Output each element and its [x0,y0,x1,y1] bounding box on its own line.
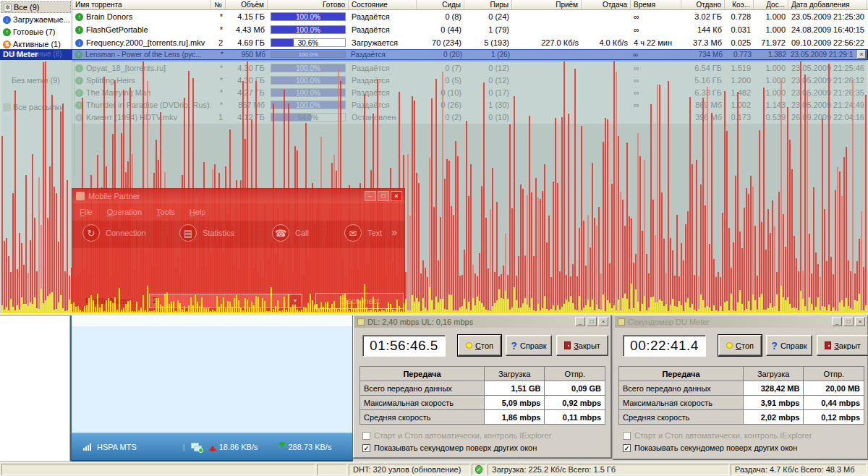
column-header[interactable]: Пиры [464,0,512,9]
stats-header: Отпр. [544,367,605,381]
stats-value: 328,42 MB [743,381,804,395]
column-header[interactable]: Имя торрента [72,0,211,9]
exit-icon [825,341,831,349]
help-button[interactable]: ?Справк [506,335,552,356]
column-header[interactable]: Дос... [754,0,788,9]
cell-avail: 1.382 [754,50,788,59]
checkbox-checked-icon: ✓ [623,444,631,452]
toolbar-button-text[interactable]: ✉Text [344,224,382,242]
cell-avail: 1.000 [754,10,788,23]
column-header[interactable]: Готово [268,0,349,9]
download-arrow-icon [278,442,286,451]
timer-display: 00:22:41.4 [623,335,706,357]
menu-item-help[interactable]: Help [190,208,206,216]
torrent-row[interactable]: ↑FlashGetPortable*4.43 Мб100.0%Раздаётся… [72,23,868,36]
torrent-row[interactable]: ↓Frequency.2000_[torrents.ru].mkv24.69 Г… [72,36,868,49]
column-header[interactable]: Сиды [417,0,464,9]
menu-item-file[interactable]: File [80,208,93,216]
stats-value: 1,86 mbps [484,410,545,424]
close-icon[interactable]: × [598,317,608,326]
column-header[interactable]: Объём [226,0,268,9]
autostart-checkbox[interactable]: Старт и Стоп автоматически, контроль IEx… [362,431,551,440]
stop-button[interactable]: Стоп [718,335,762,356]
statistics-icon: ▤ [179,224,197,242]
question-icon: ? [511,340,517,352]
menu-item-tools[interactable]: Tools [156,208,175,216]
stats-value: 0,44 mbps [803,396,864,409]
column-header[interactable]: Отдано [681,0,725,9]
exit-icon [564,341,571,349]
cell-dl: 227.0 Кб/s [512,36,582,49]
call-icon: ☎ [272,224,289,242]
stopwatch-left-window: DL: 2,40 mbps UL: 0,16 mbps _ □ × 01:56:… [353,315,611,458]
close-button[interactable]: Закрыт [817,335,868,356]
maximize-icon[interactable]: □ [843,317,854,326]
cell-ratio: 0.025 [725,36,754,49]
progress-bar: 100.0% [271,51,346,58]
network-name: HSPA MTS [97,443,137,451]
text-icon: ✉ [344,224,362,242]
column-header[interactable]: Приём [512,0,582,9]
mobile-partner-body-top [72,315,352,327]
stats-value: 1,51 GB [484,381,545,395]
seeding-status-icon: ↑ [75,51,82,59]
stopwatch-right-window: Секундомер DU Meter _ □ × 00:22:41.4 Сто… [613,315,868,459]
mobile-partner-window: HSPA MTS | 18.86 KB/s 288.73 KB/s [70,315,353,462]
sidebar-item[interactable]: ↑Готовые (7) [1,26,71,38]
always-on-top-checkbox[interactable]: ✓Показывать секундомер поверх других око… [362,443,537,452]
checkbox-icon [362,432,370,440]
cell-num: * [211,50,226,59]
help-button[interactable]: ?Справк [766,335,812,356]
sidebar-item[interactable]: ⇅Активные (1) [1,38,71,50]
torrent-row[interactable]: ↑Brain Donors*4.15 ГБ100.0%Раздаётся0 (8… [72,10,868,23]
stop-label: топ [481,341,493,350]
divider [74,60,75,176]
mobile-partner-titlebar[interactable]: Mobile Partner – □ × [72,189,404,203]
bulb-icon [726,342,733,349]
toolbar-button-connection[interactable]: ↻Connection [82,224,146,242]
always-on-top-checkbox[interactable]: ✓Показывать секундомер поверх других око… [623,443,797,452]
close-icon[interactable]: × [391,191,402,201]
cell-state: Раздаётся [349,23,417,36]
column-header[interactable]: Отдача [582,0,631,9]
stop-button[interactable]: Стоп [458,335,501,356]
cell-uploaded: 734 Мб [681,50,725,59]
minimize-icon[interactable]: – [365,191,376,201]
signal-strength-icon [83,443,91,451]
download-speed: 288.73 KB/s [289,443,332,451]
toolbar-button-call[interactable]: ☎Call [272,224,309,242]
close-icon[interactable]: × [855,317,865,326]
torrent-statusbar: DHT: 320 узлов (обновление) ✓ Загрузка: … [0,462,868,476]
column-header[interactable]: № [211,0,226,9]
column-header[interactable]: Дата добавления [788,0,867,9]
menu-item-operation[interactable]: Operation [107,208,142,216]
maximize-icon[interactable]: □ [378,191,389,201]
autostart-checkbox[interactable]: Старт и Стоп автоматически, контроль IEx… [623,431,812,440]
close-button[interactable]: Закрыт [556,335,608,356]
maximize-icon[interactable]: □ [587,317,597,326]
minimize-icon[interactable]: _ [575,317,585,326]
cell-done: 100.0% [268,23,349,36]
upload-arrow-icon [209,442,216,451]
app-icon [76,192,85,200]
status-segment-dht: DHT: 320 узлов (обновление) [349,464,470,475]
window-border [72,460,352,462]
chevron-right-icon[interactable]: » [391,226,397,238]
stopwatch-left-titlebar[interactable]: DL: 2,40 mbps UL: 0,16 mbps _ □ × [354,316,610,328]
column-header[interactable]: Состояние [349,0,417,9]
mobile-partner-overlay-window: Mobile Partner – □ × FileOperationToolsH… [72,188,405,313]
menu-bar: FileOperationToolsHelp [80,205,205,219]
close-icon[interactable]: × [857,50,866,59]
cell-peers: 1 (26) [464,50,512,59]
sidebar-item[interactable]: ✲Все (9) [1,1,71,13]
sidebar-item[interactable]: ↓Загружаемые... [1,14,71,25]
status-segment-download: Загрузка: 225.2 Кб/с Всего: 1.5 Гб [488,464,729,475]
column-header[interactable]: Коэ... [725,0,754,9]
toolbar-button-statistics[interactable]: ▤Statistics [179,224,234,242]
cell-ul [582,10,631,23]
minimize-icon[interactable]: _ [832,317,842,326]
connection-icon [191,443,202,451]
column-header[interactable]: Время [631,0,681,9]
stopwatch-right-titlebar[interactable]: Секундомер DU Meter _ □ × [615,316,867,328]
du-meter-titlebar[interactable]: Неактивные (8) DU Meter ↑Lensman - Power… [0,49,868,60]
